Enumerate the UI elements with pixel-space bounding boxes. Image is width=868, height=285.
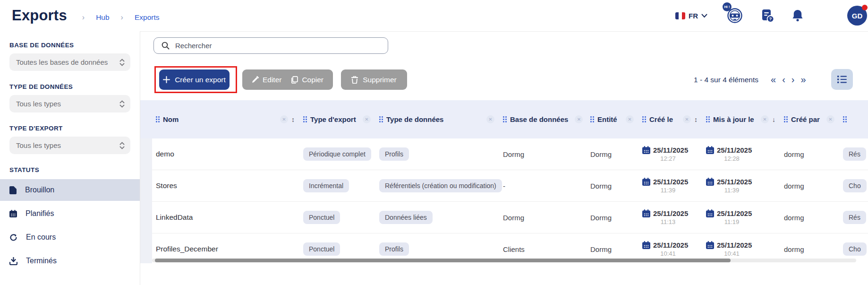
language-code: FR: [689, 12, 698, 20]
horizontal-scrollbar-thumb[interactable]: [155, 259, 731, 262]
cell-base: Dormg: [499, 150, 587, 158]
list-view-toggle-button[interactable]: [831, 69, 853, 90]
drag-handle-icon[interactable]: [303, 116, 307, 122]
delete-button[interactable]: Supprimer: [341, 69, 407, 90]
sidebar-item-en-cours[interactable]: En cours: [0, 226, 140, 248]
copy-label: Copier: [302, 76, 323, 84]
filter-label-export-type: TYPE D'EXPORT: [9, 125, 130, 132]
remove-column-icon[interactable]: ✕: [761, 115, 769, 123]
drag-handle-icon[interactable]: [642, 116, 646, 122]
time-value: 10:41: [642, 250, 683, 257]
cell-base: Clients: [499, 245, 587, 253]
column-header-clipped[interactable]: [839, 116, 868, 122]
search-input[interactable]: [174, 41, 356, 50]
remove-column-icon[interactable]: ✕: [626, 115, 634, 123]
first-page-button[interactable]: «: [771, 74, 776, 85]
pencil-icon: [252, 76, 259, 83]
table-row[interactable]: LinkedData Ponctuel Données liées Dormg …: [140, 202, 868, 233]
french-flag-icon: [675, 12, 685, 19]
time-value: 12:28: [706, 155, 747, 162]
sort-both-icon[interactable]: ↕: [694, 116, 698, 123]
type-donnees-badge: Référentiels (création ou modification): [379, 179, 502, 192]
column-header-type-donnees[interactable]: Type de données ✕: [375, 115, 499, 123]
column-header-mis-a-jour[interactable]: Mis à jour le ✕ ↓: [702, 115, 780, 123]
assistant-bot-icon[interactable]: Hi !: [726, 7, 743, 24]
time-value: 11:13: [642, 218, 683, 225]
pagination-controls: « ‹ › »: [771, 74, 806, 85]
sort-both-icon[interactable]: ↕: [291, 116, 295, 123]
create-export-button[interactable]: Créer un export: [159, 69, 230, 90]
cell-extra: Rés: [839, 211, 868, 224]
help-docs-icon[interactable]: ?: [760, 9, 774, 23]
last-page-button[interactable]: »: [800, 74, 806, 85]
type-donnees-badge: Données liées: [379, 211, 433, 224]
bell-icon: [791, 9, 804, 22]
type-export-badge: Incrémental: [303, 179, 349, 192]
drag-handle-icon[interactable]: [590, 116, 594, 122]
remove-column-icon[interactable]: ✕: [575, 115, 583, 123]
cell-entite: Dormg: [587, 150, 638, 158]
drag-handle-icon[interactable]: [843, 116, 847, 122]
database-filter-select[interactable]: Toutes les bases de données: [9, 53, 130, 71]
drag-handle-icon[interactable]: [379, 116, 383, 122]
cell-base: Dormg: [499, 214, 587, 222]
sidebar-item-termines[interactable]: Terminés: [0, 250, 140, 272]
calendar-icon: [706, 178, 714, 186]
remove-column-icon[interactable]: ✕: [363, 115, 371, 123]
edit-button[interactable]: Editer: [252, 76, 282, 84]
cell-mis-a-jour: 25/11/202510:41: [702, 241, 780, 257]
column-header-type-export[interactable]: Type d'export ✕: [299, 115, 375, 123]
horizontal-scrollbar-track[interactable]: [152, 259, 856, 262]
statut-item-label: Planifiés: [26, 209, 54, 218]
column-header-nom[interactable]: Nom ✕ ↕: [152, 115, 299, 123]
column-header-cree-par[interactable]: Créé par ✕: [780, 115, 839, 123]
previous-page-button[interactable]: ‹: [782, 74, 785, 85]
remove-column-icon[interactable]: ✕: [826, 115, 834, 123]
sidebar-item-brouillon[interactable]: Brouillon: [0, 179, 140, 201]
cell-type-export: Ponctuel: [299, 242, 375, 256]
notifications-bell-icon[interactable]: [791, 9, 804, 22]
svg-text:?: ?: [769, 16, 772, 21]
cell-type-donnees: Profils: [375, 147, 499, 161]
user-avatar[interactable]: GD: [847, 6, 867, 26]
copy-button[interactable]: Copier: [291, 76, 323, 84]
column-header-base-donnees[interactable]: Base de données ✕: [499, 115, 587, 123]
next-page-button[interactable]: ›: [791, 74, 795, 85]
apps-grid-icon[interactable]: [822, 10, 833, 21]
type-export-badge: Ponctuel: [303, 242, 340, 256]
export-type-filter-select[interactable]: Tous les types: [9, 137, 130, 154]
trash-icon: [351, 76, 358, 84]
breadcrumb-hub-link[interactable]: Hub: [96, 13, 109, 22]
remove-column-icon[interactable]: ✕: [683, 115, 691, 123]
drag-handle-icon[interactable]: [503, 116, 507, 122]
filter-label-base: BASE DE DONNÉES: [9, 42, 130, 49]
cell-mis-a-jour: 25/11/202511:19: [702, 209, 780, 225]
sidebar-item-planifies[interactable]: Planifiés: [0, 203, 140, 225]
edit-copy-button-group: Editer Copier: [242, 69, 333, 90]
drag-handle-icon[interactable]: [156, 116, 160, 122]
language-selector[interactable]: FR: [675, 12, 707, 20]
assistant-hi-badge: Hi !: [723, 2, 732, 11]
drag-handle-icon[interactable]: [706, 116, 710, 122]
chevron-right-icon: ›: [82, 13, 85, 22]
drag-handle-icon[interactable]: [784, 116, 788, 122]
remove-column-icon[interactable]: ✕: [486, 115, 494, 123]
column-header-entite[interactable]: Entité ✕: [587, 115, 638, 123]
statut-item-label: Terminés: [26, 257, 57, 265]
remove-column-icon[interactable]: ✕: [280, 115, 288, 123]
data-type-filter-select[interactable]: Tous les types: [9, 95, 130, 112]
cell-type-donnees: Référentiels (création ou modification): [375, 179, 499, 192]
breadcrumb-exports-link[interactable]: Exports: [135, 13, 160, 22]
table-row[interactable]: demo Périodique complet Profils Dormg Do…: [140, 138, 868, 170]
column-label: Type d'export: [310, 115, 356, 123]
filters-sidebar: BASE DE DONNÉES Toutes les bases de donn…: [0, 31, 140, 285]
column-label: Entité: [597, 115, 617, 123]
chevron-right-icon: ›: [121, 13, 123, 22]
edit-label: Editer: [263, 76, 282, 84]
column-header-cree-le[interactable]: Créé le ✕ ↕: [638, 115, 702, 123]
table-row[interactable]: Stores Incrémental Référentiels (créatio…: [140, 170, 868, 202]
sort-desc-icon[interactable]: ↓: [772, 116, 775, 123]
extra-badge: Rés: [843, 211, 866, 224]
date-value: 25/11/2025: [653, 178, 688, 186]
date-value: 25/11/2025: [717, 209, 752, 217]
